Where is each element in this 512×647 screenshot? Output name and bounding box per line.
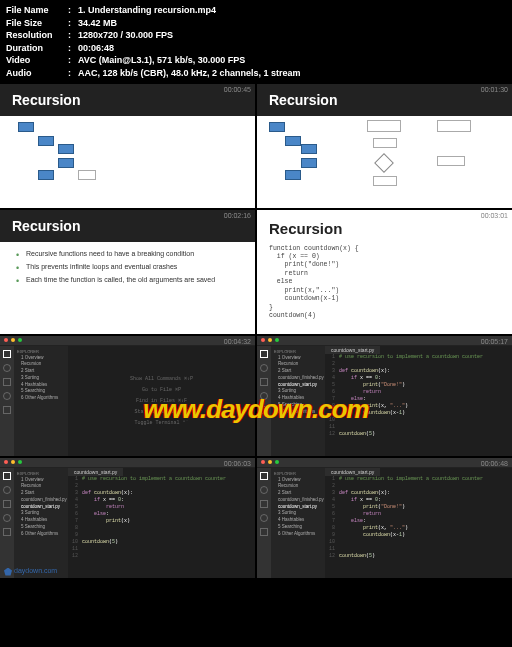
label-resolution: Resolution — [6, 29, 68, 42]
editor[interactable]: 123456789101112 # use recursion to imple… — [325, 346, 512, 456]
thumbnail-7: 00:06:03 countdown_start.py EXPLORER 1 O… — [0, 458, 255, 578]
bullet-list: Recursive functions need to have a break… — [12, 250, 215, 289]
editor-tab[interactable]: countdown_start.py — [325, 346, 380, 354]
slide-title: Recursion — [257, 84, 512, 116]
media-info: File Name:1. Understanding recursion.mp4… — [0, 0, 512, 84]
timestamp: 00:02:16 — [224, 212, 251, 219]
timestamp: 00:01:30 — [481, 86, 508, 93]
files-icon[interactable] — [3, 350, 11, 358]
timestamp: 00:06:03 — [224, 460, 251, 467]
editor[interactable]: 123456789101112 # use recursion to imple… — [68, 468, 255, 578]
file-explorer[interactable]: EXPLORER 1 Overview Recursion 2 Start 3 … — [14, 346, 68, 456]
editor-tab[interactable]: countdown_start.py — [325, 468, 380, 476]
code-snippet: function countdown(x) { if (x == 0) prin… — [269, 245, 359, 321]
slide-title: Recursion — [0, 210, 255, 242]
timestamp: 00:04:32 — [224, 338, 251, 345]
bullet-item: This prevents infinite loops and eventua… — [16, 263, 215, 270]
timestamp: 00:03:01 — [481, 212, 508, 219]
bullet-item: Recursive functions need to have a break… — [16, 250, 215, 257]
extensions-icon[interactable] — [3, 406, 11, 414]
search-icon[interactable] — [3, 364, 11, 372]
thumbnail-4: 00:03:01 Recursion function countdown(x)… — [257, 210, 512, 334]
footer-logo: daydown.com — [4, 567, 57, 575]
timestamp: 00:05:17 — [481, 338, 508, 345]
label-video: Video — [6, 54, 68, 67]
welcome-shortcuts: Show All Commands ⌘⇧P Go to File ⌘P Find… — [72, 354, 251, 452]
editor[interactable]: 123456789101112 # use recursion to imple… — [325, 468, 512, 578]
thumbnail-2: 00:01:30 Recursion — [257, 84, 512, 208]
close-icon[interactable] — [4, 338, 8, 342]
thumbnail-5: 00:04:32 EXPLORER 1 Overview Recursion 2… — [0, 336, 255, 456]
titlebar — [0, 336, 255, 346]
label-duration: Duration — [6, 42, 68, 55]
label-audio: Audio — [6, 67, 68, 80]
label-filesize: File Size — [6, 17, 68, 30]
minimize-icon[interactable] — [11, 338, 15, 342]
thumbnail-8: 00:06:48 countdown_start.py EXPLORER 1 O… — [257, 458, 512, 578]
debug-icon[interactable] — [3, 392, 11, 400]
git-icon[interactable] — [3, 378, 11, 386]
maximize-icon[interactable] — [18, 338, 22, 342]
bullet-item: Each time the function is called, the ol… — [16, 276, 215, 283]
label-filename: File Name — [6, 4, 68, 17]
timestamp: 00:00:45 — [224, 86, 251, 93]
thumbnail-3: 00:02:16 Recursion Recursive functions n… — [0, 210, 255, 334]
thumbnail-1: 00:00:45 Recursion — [0, 84, 255, 208]
thumbnail-6: 00:05:17 countdown_start.py EXPLORER 1 O… — [257, 336, 512, 456]
slide-title: Recursion — [0, 84, 255, 116]
activity-bar — [0, 346, 14, 456]
editor-tab[interactable]: countdown_start.py — [68, 468, 123, 476]
slide-title: Recursion — [257, 210, 512, 237]
thumbnail-grid: www.daydown.com 00:00:45 Recursion 00:01… — [0, 84, 512, 578]
editor[interactable]: Show All Commands ⌘⇧P Go to File ⌘P Find… — [68, 346, 255, 456]
timestamp: 00:06:48 — [481, 460, 508, 467]
